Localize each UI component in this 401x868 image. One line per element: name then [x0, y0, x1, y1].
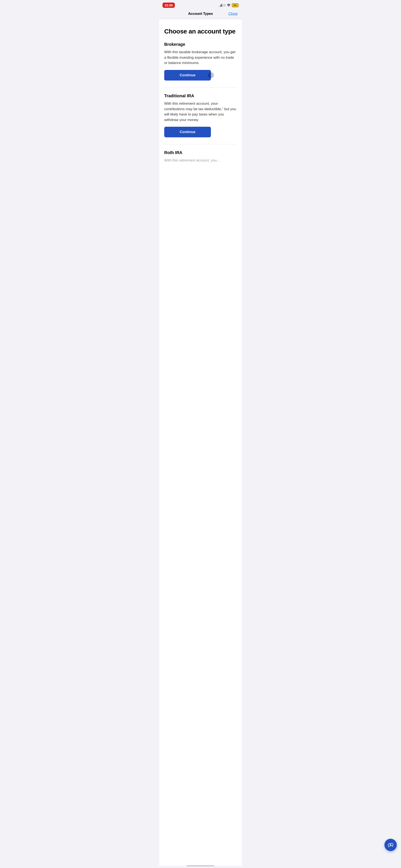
status-time: 23:06	[163, 3, 175, 8]
brokerage-divider	[164, 87, 237, 88]
close-button[interactable]: Close	[229, 12, 238, 16]
traditional-ira-continue-button[interactable]: Continue	[164, 127, 211, 137]
page-title: Account Types	[188, 12, 213, 16]
roth-ira-description: With this retirement account, you...	[164, 158, 237, 163]
status-icons: ⊙⃝ 18+	[218, 3, 238, 7]
home-indicator	[187, 865, 214, 866]
wifi-icon: ⊙⃝	[223, 4, 226, 7]
main-content: Choose an account type Brokerage With th…	[159, 19, 242, 866]
brokerage-title: Brokerage	[164, 42, 237, 47]
brokerage-section: Brokerage With this taxable brokerage ac…	[164, 42, 237, 87]
status-bar: 23:06 ⊙⃝ 18+	[159, 0, 242, 9]
traditional-ira-title: Traditional IRA	[164, 93, 237, 98]
roth-ira-section: Roth IRA With this retirement account, y…	[164, 150, 237, 173]
nav-header: Account Types Close	[159, 9, 242, 19]
brokerage-continue-button[interactable]: Continue	[164, 70, 211, 81]
traditional-ira-section: Traditional IRA With this retirement acc…	[164, 93, 237, 144]
brokerage-description: With this taxable brokerage account, you…	[164, 50, 237, 66]
battery-indicator: 18+	[232, 3, 238, 7]
traditional-ira-description: With this retirement account, your contr…	[164, 101, 237, 123]
signal-icon	[218, 4, 222, 7]
page-heading: Choose an account type	[164, 19, 237, 42]
wifi-icon	[227, 4, 231, 7]
roth-ira-title: Roth IRA	[164, 150, 237, 155]
svg-point-0	[229, 6, 229, 7]
